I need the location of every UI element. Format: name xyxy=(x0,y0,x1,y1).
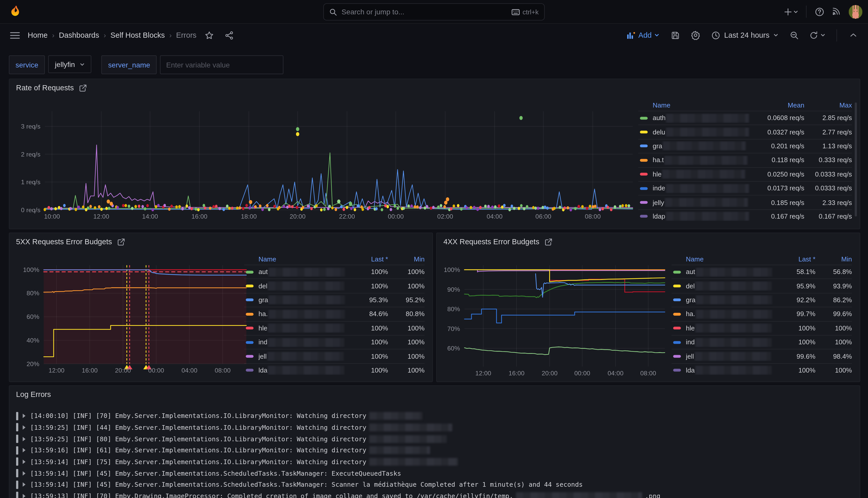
legend-row[interactable]: inde0.0173 req/s0.0333 req/s xyxy=(638,181,852,195)
log-expand-icon[interactable] xyxy=(22,425,25,430)
redacted-name xyxy=(268,281,345,291)
log-expand-icon[interactable] xyxy=(22,414,25,418)
external-link-icon[interactable] xyxy=(118,238,125,246)
legend-header-max[interactable]: Max xyxy=(804,101,852,109)
external-link-icon[interactable] xyxy=(79,84,87,92)
help-button[interactable] xyxy=(812,3,826,20)
share-button[interactable] xyxy=(222,27,236,44)
legend-row[interactable]: gra0.201 req/s1.13 req/s xyxy=(638,139,852,153)
dashboard-settings-button[interactable] xyxy=(688,27,703,44)
panel-title[interactable]: Rate of Requests xyxy=(16,84,87,92)
legend-row[interactable]: delu0.0327 req/s2.77 req/s xyxy=(638,125,852,139)
legend-header-last[interactable]: Last * xyxy=(346,255,388,263)
global-search[interactable]: Search or jump to... ctrl+k xyxy=(323,3,545,21)
legend-header-name[interactable]: Name xyxy=(244,255,346,263)
help-icon xyxy=(815,7,824,16)
log-line[interactable]: [13:59:14] [INF] [45] Emby.Server.Implem… xyxy=(16,468,854,479)
save-icon xyxy=(671,31,680,40)
log-expand-icon[interactable] xyxy=(22,448,25,452)
legend-header-name[interactable]: Name xyxy=(638,101,751,109)
panel-title[interactable]: Log Errors xyxy=(16,391,51,399)
redacted-name xyxy=(695,352,771,361)
log-line[interactable]: [13:59:16] [INF] [61] Emby.Server.Implem… xyxy=(16,445,854,456)
svg-text:14:00: 14:00 xyxy=(142,213,158,220)
log-expand-icon[interactable] xyxy=(22,459,25,464)
save-dashboard-button[interactable] xyxy=(668,27,683,44)
log-line[interactable]: [13:59:25] [INF] [80] Emby.Server.Implem… xyxy=(16,433,854,445)
breadcrumb-item-self-host-blocks[interactable]: Self Host Blocks xyxy=(110,31,165,39)
log-expand-icon[interactable] xyxy=(22,471,25,475)
refresh-button[interactable] xyxy=(807,27,828,44)
legend-row[interactable]: jelly0.185 req/s2.33 req/s xyxy=(638,195,852,209)
breadcrumb-item-home[interactable]: Home xyxy=(28,31,48,39)
log-line[interactable]: [13:59:14] [INF] [75] Emby.Server.Implem… xyxy=(16,456,854,468)
legend-row[interactable]: ldap0.167 req/s0.167 req/s xyxy=(638,209,852,223)
avatar[interactable] xyxy=(849,5,862,18)
legend-row[interactable]: hle0.0250 req/s0.0333 req/s xyxy=(638,167,852,181)
hamburger-icon xyxy=(10,31,20,39)
legend-row[interactable]: ha.84.6%80.8% xyxy=(244,307,425,321)
series-value: 100% xyxy=(388,282,425,290)
log-message: [13:59:25] [INF] [44] Emby.Server.Implem… xyxy=(30,423,366,431)
legend-scrollbar[interactable] xyxy=(855,102,857,217)
legend-row[interactable]: ind100%100% xyxy=(671,335,852,349)
legend-row[interactable]: hle100%100% xyxy=(244,321,425,335)
legend-row[interactable]: lda100%100% xyxy=(671,363,852,377)
menu-toggle-button[interactable] xyxy=(8,27,22,44)
time-range-picker[interactable]: Last 24 hours xyxy=(708,30,782,40)
svg-text:02:00: 02:00 xyxy=(437,213,453,220)
legend-row[interactable]: ind100%100% xyxy=(244,335,425,349)
svg-text:1 req/s: 1 req/s xyxy=(21,179,41,185)
log-line[interactable]: [13:59:13] [INF] [70] Emby.Drawing.Image… xyxy=(16,490,854,498)
series-color-swatch xyxy=(673,313,681,316)
legend-row[interactable]: jell99.6%98.4% xyxy=(671,349,852,363)
legend-header-min[interactable]: Min xyxy=(388,255,425,263)
variable-service-select[interactable]: jellyfin xyxy=(48,55,92,73)
grafana-logo[interactable] xyxy=(8,4,22,19)
series-value: 2.85 req/s xyxy=(804,114,852,122)
legend-row[interactable]: auth0.0608 req/s2.85 req/s xyxy=(638,111,852,125)
log-line[interactable]: [13:59:14] [INF] [45] Emby.Server.Implem… xyxy=(16,479,854,490)
favorite-button[interactable] xyxy=(202,27,216,44)
legend-header: NameMeanMax xyxy=(638,99,852,110)
legend-header-last[interactable]: Last * xyxy=(773,255,815,263)
breadcrumb-item-dashboards[interactable]: Dashboards xyxy=(59,31,99,39)
new-button[interactable] xyxy=(782,3,800,20)
legend-header-name[interactable]: Name xyxy=(671,255,773,263)
log-expand-icon[interactable] xyxy=(22,482,25,487)
log-level-stripe xyxy=(16,446,18,454)
variable-server-name: server_name xyxy=(102,55,284,74)
legend-row[interactable]: gra92.2%86.2% xyxy=(671,293,852,307)
legend-row[interactable]: hle100%100% xyxy=(671,321,852,335)
log-line[interactable]: [13:59:25] [INF] [44] Emby.Server.Implem… xyxy=(16,422,854,433)
log-expand-icon[interactable] xyxy=(22,437,25,441)
top-bar: Search or jump to... ctrl+k xyxy=(0,0,868,24)
log-message: [13:59:14] [INF] [45] Emby.Server.Implem… xyxy=(30,469,401,477)
redacted-name xyxy=(662,170,745,179)
log-expand-icon[interactable] xyxy=(22,494,25,498)
panel-title[interactable]: 5XX Requests Error Budgets xyxy=(16,238,125,246)
redacted-name xyxy=(664,156,747,165)
legend-row[interactable]: jell100%100% xyxy=(244,349,425,363)
legend-row[interactable]: aut100%100% xyxy=(244,265,425,279)
log-line[interactable]: [14:00:10] [INF] [70] Emby.Server.Implem… xyxy=(16,410,854,422)
add-panel-button[interactable]: Add xyxy=(623,30,663,40)
legend-row[interactable]: ha.t0.118 req/s0.333 req/s xyxy=(638,153,852,167)
legend-row[interactable]: lda100%100% xyxy=(244,363,425,377)
news-button[interactable] xyxy=(829,3,843,20)
legend-header-mean[interactable]: Mean xyxy=(752,101,804,109)
collapse-toolbar-button[interactable] xyxy=(846,27,860,44)
external-link-icon[interactable] xyxy=(545,238,552,246)
legend-row[interactable]: del100%100% xyxy=(244,279,425,293)
legend-row[interactable]: ha.99.7%99.6% xyxy=(671,307,852,321)
zoom-out-button[interactable] xyxy=(787,27,802,44)
panel-title[interactable]: 4XX Requests Error Budgets xyxy=(443,238,553,246)
variable-server-name-input[interactable] xyxy=(160,55,283,74)
series-value: 100% xyxy=(388,338,425,346)
svg-text:08:00: 08:00 xyxy=(215,367,231,374)
legend-row[interactable]: del95.9%93.9% xyxy=(671,279,852,293)
legend-row[interactable]: aut58.1%56.8% xyxy=(671,265,852,279)
svg-text:04:00: 04:00 xyxy=(486,213,503,220)
legend-header-min[interactable]: Min xyxy=(815,255,852,263)
legend-row[interactable]: gra95.3%95.2% xyxy=(244,293,425,307)
